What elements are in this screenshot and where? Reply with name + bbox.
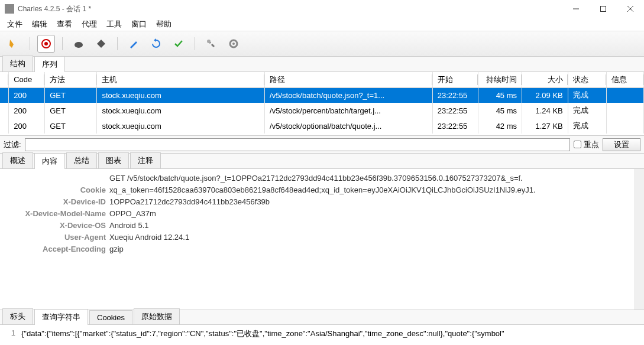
filterbar: 过滤: 重点 设置 [0,136,644,154]
svg-marker-7 [97,40,105,48]
app-icon [5,4,14,14]
tab-content[interactable]: 内容 [34,153,65,169]
tab-raw[interactable]: 原始数据 [134,308,180,324]
headers-view[interactable]: GET /v5/stock/batch/quote.json?_t=1OPPOa… [0,169,644,310]
throttle-icon[interactable] [70,35,88,53]
settings-icon[interactable] [225,35,242,53]
detail-area: 概述 内容 总结 图表 注释 GET /v5/stock/batch/quote… [0,154,644,345]
table-row[interactable]: 200 GET stock.xueqiu.com /v5/stock/batch… [0,87,644,103]
menubar: 文件 编辑 查看 代理 工具 窗口 帮助 [0,18,644,31]
tab-chart[interactable]: 图表 [98,152,129,168]
titlebar: Charles 4.2.5 - 会话 1 * [0,0,644,18]
menu-edit[interactable]: 编辑 [27,18,52,31]
header-row: User-AgentXueqiu Android 12.24.1 [6,232,638,243]
check-icon[interactable] [170,35,187,53]
tab-summary[interactable]: 总结 [66,152,97,168]
close-button[interactable] [617,0,644,18]
col-path[interactable]: 路径 [265,72,433,87]
col-method[interactable]: 方法 [45,72,97,87]
edit-icon[interactable] [125,35,143,53]
detail-tabbar: 概述 内容 总结 图表 注释 [0,154,644,169]
tab-headers[interactable]: 标头 [2,308,33,324]
header-row: X-Device-OSAndroid 5.1 [6,220,638,232]
svg-point-9 [207,40,211,43]
request-subtabs: 标头 查询字符串 Cookies 原始数据 [0,310,644,325]
menu-view[interactable]: 查看 [52,18,77,31]
menu-proxy[interactable]: 代理 [77,18,102,31]
svg-point-11 [232,43,235,45]
focus-checkbox[interactable]: 重点 [574,139,599,150]
line-number: 1 [6,328,21,341]
tab-overview[interactable]: 概述 [2,152,33,168]
response-body: {"data":{"items":[{"market":{"status_id"… [21,328,638,341]
tab-query[interactable]: 查询字符串 [34,309,88,325]
col-status[interactable]: 状态 [568,72,606,87]
tab-cookies[interactable]: Cookies [89,310,132,324]
menu-file[interactable]: 文件 [2,18,27,31]
svg-marker-8 [154,38,156,42]
request-table[interactable]: Code 方法 主机 路径 开始 持续时间 大小 状态 信息 200 GET s… [0,72,644,136]
broom-icon[interactable] [5,35,22,53]
col-host[interactable]: 主机 [97,72,265,87]
menu-help[interactable]: 帮助 [151,18,176,31]
toolbar [0,31,644,57]
tab-structure[interactable]: 结构 [2,56,33,71]
breakpoint-icon[interactable] [92,35,110,53]
col-code[interactable]: Code [9,72,45,87]
tab-notes[interactable]: 注释 [130,152,161,168]
col-start[interactable]: 开始 [432,72,478,87]
minimize-button[interactable] [562,0,590,18]
table-row[interactable]: 200 GET stock.xueqiu.com /v5/stock/perce… [0,103,644,118]
scrollbar[interactable] [635,169,644,310]
col-duration[interactable]: 持续时间 [478,72,522,87]
request-line: GET /v5/stock/batch/quote.json?_t=1OPPOa… [109,172,638,184]
header-row: Accept-Encodinggzip [6,243,638,255]
svg-rect-1 [601,6,606,12]
table-row[interactable]: 200 GET stock.xueqiu.com /v5/stock/optio… [0,118,644,134]
col-size[interactable]: 大小 [522,72,568,87]
refresh-icon[interactable] [147,35,165,53]
window-title: Charles 4.2.5 - 会话 1 * [18,4,562,14]
svg-point-5 [44,42,48,45]
svg-point-6 [75,42,83,48]
header-row: X-Device-Model-NameOPPO_A37m [6,208,638,220]
settings-button[interactable]: 设置 [603,138,640,151]
col-info[interactable]: 信息 [606,72,643,87]
tools-icon[interactable] [202,35,220,53]
main-tabbar: 结构 序列 [0,57,644,72]
filter-label: 过滤: [4,139,21,150]
table-header-row: Code 方法 主机 路径 开始 持续时间 大小 状态 信息 [0,72,644,87]
maximize-button[interactable] [590,0,617,18]
menu-tools[interactable]: 工具 [102,18,127,31]
record-icon[interactable] [37,35,55,53]
menu-window[interactable]: 窗口 [127,18,151,31]
header-row: X-Device-ID1OPPOa21712dc2793dd94c411bb23… [6,196,638,208]
window-controls [562,0,644,18]
filter-input[interactable] [25,138,570,151]
response-view[interactable]: 1 {"data":{"items":[{"market":{"status_i… [0,325,644,345]
header-row: Cookiexq_a_token=46f1528caa63970ca803eb8… [6,184,638,196]
tab-sequence[interactable]: 序列 [34,56,65,72]
